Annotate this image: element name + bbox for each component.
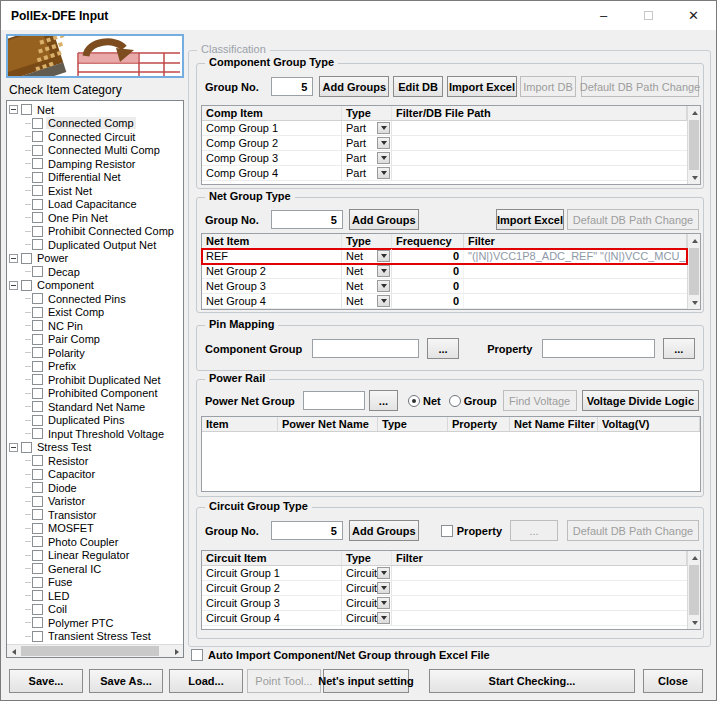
- tree-item-label[interactable]: Prohibit Connected Comp: [46, 225, 176, 237]
- type-cell[interactable]: Net: [342, 294, 392, 308]
- col-header-type[interactable]: Type: [342, 234, 392, 248]
- tree-checkbox[interactable]: [32, 307, 43, 318]
- tree-checkbox[interactable]: [21, 280, 32, 291]
- net-group-no-input[interactable]: 5: [271, 210, 343, 229]
- tree-checkbox[interactable]: [32, 631, 43, 642]
- tree-item-label[interactable]: NC Pin: [46, 320, 85, 332]
- tree-item-label[interactable]: Varistor: [46, 495, 87, 507]
- tree-item-coil[interactable]: Coil: [9, 603, 182, 617]
- net-radio-label[interactable]: Net: [423, 395, 441, 407]
- power-net-group-input[interactable]: [303, 391, 365, 410]
- circuit-group-no-input[interactable]: 5: [271, 521, 343, 540]
- col-header-type[interactable]: Type: [378, 417, 448, 431]
- tree-item-label[interactable]: Standard Net Name: [46, 401, 147, 413]
- power-net-group-browse-button[interactable]: ...: [369, 390, 398, 411]
- net-import-excel-button[interactable]: Import Excel: [496, 209, 564, 230]
- tree-checkbox[interactable]: [32, 388, 43, 399]
- circuit-property-label[interactable]: Property: [457, 525, 502, 537]
- chevron-down-icon[interactable]: [377, 265, 390, 277]
- tree-item-capacitor[interactable]: Capacitor: [9, 468, 182, 482]
- collapse-icon[interactable]: [9, 443, 18, 452]
- net-group-row[interactable]: REFNet0"(|N|)VCC1P8_ADC_REF" "(|N|)VCC_M…: [202, 249, 687, 264]
- tree-item-differential-net[interactable]: Differential Net: [9, 171, 182, 185]
- scroll-left-icon[interactable]: [7, 645, 20, 658]
- tree-item-label[interactable]: Prefix: [46, 360, 78, 372]
- tree-item-exist-net[interactable]: Exist Net: [9, 184, 182, 198]
- chevron-down-icon[interactable]: [377, 567, 390, 579]
- tree-checkbox[interactable]: [32, 226, 43, 237]
- circuit-group-row[interactable]: Circuit Group 3Circuit: [202, 596, 687, 611]
- tree-item-label[interactable]: Connected Comp: [46, 117, 136, 129]
- comp-group-row[interactable]: Comp Group 2Part: [202, 136, 687, 151]
- col-header-frequency[interactable]: Frequency: [392, 234, 464, 248]
- tree-item-label[interactable]: Exist Net: [46, 185, 94, 197]
- tree-item-label[interactable]: Connected Pins: [46, 293, 128, 305]
- tree-item-label[interactable]: Duplicated Output Net: [46, 239, 158, 251]
- save-button[interactable]: Save...: [9, 669, 83, 693]
- tree-item-standard-net-name[interactable]: Standard Net Name: [9, 400, 182, 414]
- group-radio-label[interactable]: Group: [464, 395, 497, 407]
- tree-checkbox[interactable]: [21, 253, 32, 264]
- tree-item-fuse[interactable]: Fuse: [9, 576, 182, 590]
- tree-checkbox[interactable]: [32, 320, 43, 331]
- circuit-group-row[interactable]: Circuit Group 1Circuit: [202, 566, 687, 581]
- chevron-down-icon[interactable]: [377, 612, 390, 624]
- tree-item-label[interactable]: Diode: [46, 482, 79, 494]
- tree-item-led[interactable]: LED: [9, 589, 182, 603]
- filter-cell[interactable]: [392, 166, 687, 180]
- tree-item-stress-test[interactable]: Stress Test: [9, 441, 182, 455]
- tree-item-prefix[interactable]: Prefix: [9, 360, 182, 374]
- tree-checkbox[interactable]: [32, 374, 43, 385]
- filter-cell[interactable]: [392, 136, 687, 150]
- collapse-icon[interactable]: [9, 105, 18, 114]
- item-cell[interactable]: Circuit Group 3: [202, 596, 342, 610]
- col-header-comp-item[interactable]: Comp Item: [202, 106, 342, 120]
- col-header-power-net-name[interactable]: Power Net Name: [278, 417, 378, 431]
- save-as-button[interactable]: Save As...: [89, 669, 163, 693]
- tree-checkbox[interactable]: [32, 347, 43, 358]
- start-checking-button[interactable]: Start Checking...: [429, 669, 635, 693]
- tree-item-transistor[interactable]: Transistor: [9, 508, 182, 522]
- type-cell[interactable]: Circuit: [342, 566, 392, 580]
- tree-item-label[interactable]: Prohibit Duplicated Net: [46, 374, 163, 386]
- filter-cell[interactable]: [392, 596, 687, 610]
- tree-checkbox[interactable]: [32, 199, 43, 210]
- tree-checkbox[interactable]: [32, 361, 43, 372]
- tree-checkbox[interactable]: [32, 212, 43, 223]
- type-cell[interactable]: Part: [342, 121, 392, 135]
- chevron-down-icon[interactable]: [377, 582, 390, 594]
- scrollbar-thumb[interactable]: [689, 248, 699, 295]
- tree-item-pair-comp[interactable]: Pair Comp: [9, 333, 182, 347]
- tree-checkbox[interactable]: [32, 401, 43, 412]
- col-header-circuit-item[interactable]: Circuit Item: [202, 551, 342, 565]
- tree-checkbox[interactable]: [32, 293, 43, 304]
- col-header-filter[interactable]: Filter: [392, 551, 687, 565]
- tree-item-prohibit-duplicated-net[interactable]: Prohibit Duplicated Net: [9, 373, 182, 387]
- filter-cell[interactable]: "(|N|)VCC1P8_ADC_REF" "(|N|)VCC_MCU_AREF…: [464, 249, 687, 263]
- tree-item-polymer-ptc[interactable]: Polymer PTC: [9, 616, 182, 630]
- circuit-group-row[interactable]: Circuit Group 2Circuit: [202, 581, 687, 596]
- tree-item-prohibited-component[interactable]: Prohibited Component: [9, 387, 182, 401]
- scrollbar-thumb[interactable]: [689, 120, 699, 170]
- filter-cell[interactable]: [464, 279, 687, 293]
- tree-checkbox[interactable]: [32, 617, 43, 628]
- chevron-down-icon[interactable]: [377, 280, 390, 292]
- tree-checkbox[interactable]: [32, 266, 43, 277]
- item-cell[interactable]: Comp Group 1: [202, 121, 342, 135]
- tree-checkbox[interactable]: [32, 334, 43, 345]
- tree-item-duplicated-pins[interactable]: Duplicated Pins: [9, 414, 182, 428]
- tree-item-label[interactable]: Transient Stress Test: [46, 630, 153, 642]
- net-radio[interactable]: [408, 395, 420, 407]
- tree-checkbox[interactable]: [32, 172, 43, 183]
- chevron-down-icon[interactable]: [377, 295, 390, 307]
- tree-item-label[interactable]: Component: [35, 279, 96, 291]
- col-header-net-item[interactable]: Net Item: [202, 234, 342, 248]
- tree-item-net[interactable]: Net: [9, 103, 182, 117]
- tree-item-prohibit-connected-comp[interactable]: Prohibit Connected Comp: [9, 225, 182, 239]
- tree-item-label[interactable]: Connected Circuit: [46, 131, 137, 143]
- chevron-down-icon[interactable]: [377, 250, 390, 262]
- type-cell[interactable]: Circuit: [342, 611, 392, 625]
- tree-item-label[interactable]: One Pin Net: [46, 212, 110, 224]
- tree-item-resistor[interactable]: Resistor: [9, 454, 182, 468]
- chevron-down-icon[interactable]: [377, 152, 390, 164]
